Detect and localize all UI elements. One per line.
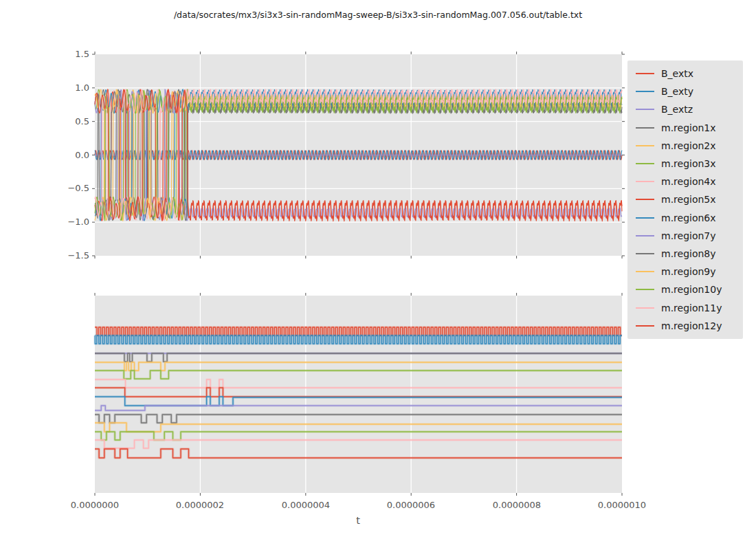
xtick-label: 0.0000006 (380, 500, 442, 510)
legend-entry-label: B_exty (661, 86, 693, 97)
legend-entry-label: m.region12y (661, 320, 722, 331)
xtick-label: 0.0000002 (169, 500, 231, 510)
ytick-label: −0.5 (40, 183, 89, 193)
legend-entry: m.region8y (627, 245, 743, 263)
legend: B_extx B_exty B_extz m.region1x m.region… (627, 60, 743, 339)
legend-entry-label: B_extx (661, 68, 693, 79)
legend-entry: B_extz (627, 100, 743, 118)
legend-entry: m.region2x (627, 137, 743, 155)
legend-entry-label: m.region7y (661, 230, 716, 241)
legend-line-sample (636, 145, 654, 146)
legend-entry-label: m.region6x (661, 212, 716, 223)
legend-entry: m.region7y (627, 227, 743, 245)
legend-entry: m.region1x (627, 119, 743, 137)
legend-entry: m.region3x (627, 155, 743, 173)
ytick-label: −1.5 (40, 250, 89, 261)
legend-line-sample (636, 253, 654, 254)
legend-entry-label: m.region10y (661, 284, 722, 295)
legend-entry-label: m.region2x (661, 140, 716, 151)
ytick-label: 1.5 (40, 49, 89, 59)
legend-entry-label: m.region3x (661, 158, 716, 169)
ytick-label: 1.0 (40, 82, 89, 93)
legend-entry-label: m.region9y (661, 266, 716, 277)
legend-entry-label: m.region4x (661, 176, 716, 187)
matplotlib-figure: /data/socrates/mx3/si3x3-sin-randomMag-s… (0, 0, 756, 550)
legend-entry-label: m.region11y (661, 302, 722, 314)
legend-line-sample (636, 271, 654, 272)
legend-entry: m.region6x (627, 209, 743, 227)
legend-line-sample (636, 91, 654, 92)
xtick-label: 0.0000008 (486, 500, 548, 510)
legend-line-sample (636, 163, 654, 164)
legend-line-sample (636, 235, 654, 236)
x-axis-label: t (331, 515, 386, 526)
legend-line-sample (636, 199, 654, 200)
legend-line-sample (636, 307, 654, 309)
legend-entry-label: m.region5x (661, 194, 716, 205)
figure-title: /data/socrates/mx3/si3x3-sin-randomMag-s… (0, 10, 756, 20)
ytick-label: 0.0 (40, 150, 89, 160)
legend-entry-label: m.region1x (661, 122, 716, 133)
legend-entry: m.region4x (627, 173, 743, 190)
xtick-label: 0.0000010 (591, 500, 653, 510)
ytick-label: −1.0 (40, 217, 89, 227)
legend-line-sample (636, 217, 654, 219)
ytick-label: 0.5 (40, 116, 89, 126)
legend-line-sample (636, 109, 654, 110)
legend-entry-label: B_extz (661, 104, 693, 115)
legend-entry: m.region9y (627, 263, 743, 280)
legend-line-sample (636, 181, 654, 182)
legend-line-sample (636, 127, 654, 129)
legend-entry-label: m.region8y (661, 248, 716, 259)
axes-backgrounds (95, 54, 622, 493)
legend-entry: B_extx (627, 65, 743, 82)
legend-entry: m.region10y (627, 280, 743, 298)
legend-entry: m.region11y (627, 298, 743, 316)
legend-entry: m.region12y (627, 317, 743, 335)
legend-entry: m.region5x (627, 190, 743, 208)
legend-entry: B_exty (627, 82, 743, 100)
legend-line-sample (636, 73, 654, 74)
xtick-label: 0.0000000 (64, 500, 126, 510)
xtick-label: 0.0000004 (275, 500, 337, 510)
legend-line-sample (636, 289, 654, 290)
legend-line-sample (636, 325, 654, 327)
